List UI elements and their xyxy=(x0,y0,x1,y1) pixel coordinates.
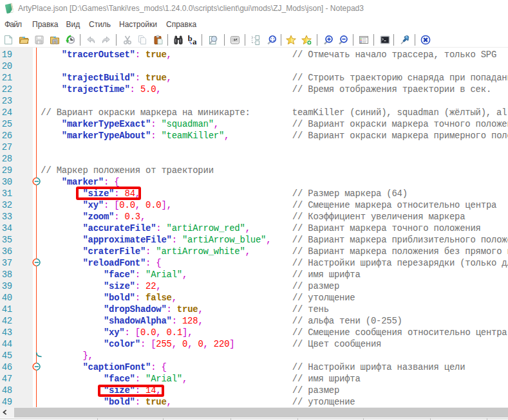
svg-text:b: b xyxy=(188,35,193,43)
svg-text:a: a xyxy=(193,37,197,46)
